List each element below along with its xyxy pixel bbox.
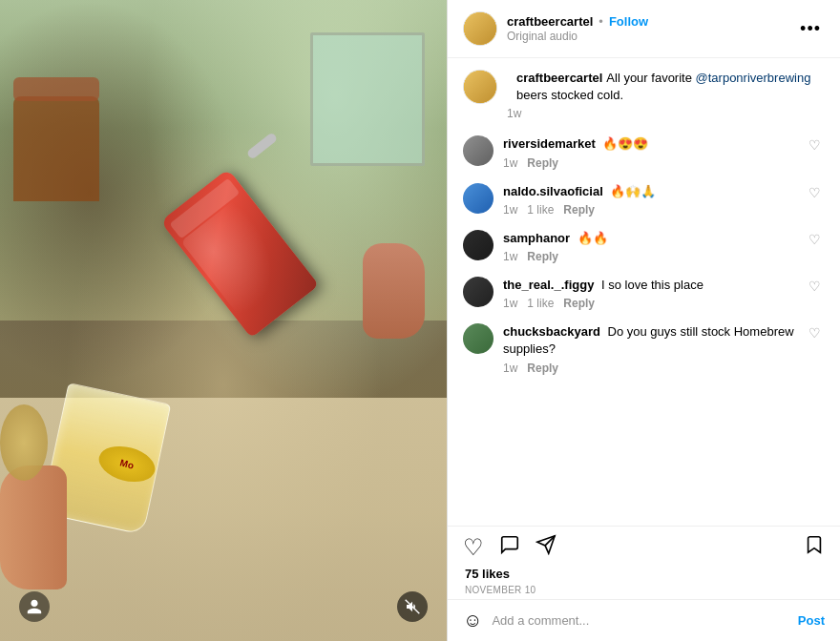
more-options-button[interactable]: •••: [796, 15, 825, 43]
header-info: craftbeercartel • Follow Original audio: [507, 14, 796, 43]
comment-likes-c4: 1 like: [527, 297, 554, 310]
comment-row: riversidemarket 🔥😍😍 1w Reply ♡: [463, 135, 825, 169]
chair-left: [13, 96, 99, 201]
comment-avatar-c5[interactable]: [463, 323, 494, 354]
action-bar: ♡ 75 likes: [448, 526, 840, 599]
reply-button-c1[interactable]: Reply: [527, 156, 558, 170]
bookmark-post-button[interactable]: [804, 534, 825, 561]
emoji-picker-button[interactable]: ☺: [463, 610, 482, 631]
reply-button-c2[interactable]: Reply: [563, 203, 595, 217]
post-date: November 10: [463, 585, 825, 595]
like-post-button[interactable]: ♡: [463, 534, 484, 561]
comment-time-c3: 1w: [503, 250, 517, 263]
comment-likes-c2: 1 like: [527, 203, 554, 217]
comment-body-c4: the_real._.figgy I so love this place 1w…: [503, 277, 805, 310]
caption-avatar[interactable]: [463, 70, 497, 104]
comment-content-c4: I so love this place: [598, 278, 704, 292]
dot-separator: •: [598, 14, 603, 29]
poster-avatar[interactable]: [463, 11, 497, 46]
reply-button-c4[interactable]: Reply: [563, 297, 595, 310]
comment-avatar-c3[interactable]: [463, 230, 494, 260]
comment-avatar-c2[interactable]: [463, 183, 494, 214]
comment-avatar-c1[interactable]: [463, 135, 494, 166]
comment-username-c3[interactable]: samphanor: [503, 231, 570, 245]
window: [310, 32, 425, 166]
comment-body-c3: samphanor 🔥🔥 1w Reply: [503, 230, 805, 263]
comment-username-c4[interactable]: the_real._.figgy: [503, 278, 594, 292]
comment-body-c5: chucksbackyard Do you guys still stock H…: [503, 323, 805, 374]
add-comment-bar: ☺ Post: [448, 599, 840, 641]
hand-right: [363, 243, 425, 339]
comment-time-c1: 1w: [503, 156, 517, 170]
comment-input[interactable]: [492, 613, 789, 628]
sound-toggle-button[interactable]: [397, 591, 428, 622]
caption-text: craftbeercartelAll your favorite @tarpon…: [516, 70, 825, 104]
post-subtext: Original audio: [507, 30, 796, 43]
comment-body-c2: naldo.silvaoficial 🔥🙌🙏 1w 1 like Reply: [503, 183, 805, 217]
like-button-c3[interactable]: ♡: [805, 230, 825, 249]
yarn: [0, 404, 48, 481]
comment-time-c4: 1w: [503, 297, 517, 310]
comment-time-c5: 1w: [503, 362, 517, 375]
reply-button-c5[interactable]: Reply: [527, 362, 558, 375]
comment-row: samphanor 🔥🔥 1w Reply ♡: [463, 230, 825, 263]
viewer-avatar-button[interactable]: [19, 591, 50, 622]
comment-username-c5[interactable]: chucksbackyard: [503, 324, 600, 339]
caption-username[interactable]: craftbeercartel: [516, 71, 602, 85]
comment-username-c2[interactable]: naldo.silvaoficial: [503, 184, 603, 198]
like-button-c5[interactable]: ♡: [805, 323, 825, 342]
like-button-c1[interactable]: ♡: [805, 135, 825, 155]
comment-row: the_real._.figgy I so love this place 1w…: [463, 277, 825, 310]
comment-content-c3: 🔥🔥: [574, 231, 608, 245]
comment-username-c1[interactable]: riversidemarket: [503, 136, 596, 151]
post-comment-button[interactable]: Post: [798, 613, 825, 628]
comment-content-c1: 🔥😍😍: [599, 136, 649, 151]
chair-back: [13, 77, 99, 101]
comment-row: chucksbackyard Do you guys still stock H…: [463, 323, 825, 374]
comment-content-c2: 🔥🙌🙏: [607, 184, 657, 198]
caption-body: All your favorite: [606, 71, 695, 85]
caption-time: 1w: [507, 107, 825, 120]
comment-row: naldo.silvaoficial 🔥🙌🙏 1w 1 like Reply ♡: [463, 183, 825, 217]
post-header: craftbeercartel • Follow Original audio …: [448, 0, 840, 58]
reply-button-c3[interactable]: Reply: [527, 250, 558, 263]
likes-count: 75 likes: [463, 567, 825, 581]
comment-time-c2: 1w: [503, 203, 517, 217]
comments-scroll-area[interactable]: craftbeercartelAll your favorite @tarpon…: [448, 58, 840, 526]
poster-username[interactable]: craftbeercartel: [507, 14, 593, 29]
like-button-c4[interactable]: ♡: [805, 277, 825, 296]
comment-avatar-c4[interactable]: [463, 277, 494, 307]
like-button-c2[interactable]: ♡: [805, 183, 825, 202]
comment-body-c1: riversidemarket 🔥😍😍 1w Reply: [503, 135, 805, 169]
post-caption-row: craftbeercartelAll your favorite @tarpon…: [463, 70, 825, 120]
hand: [0, 465, 67, 589]
follow-button[interactable]: Follow: [609, 14, 648, 29]
share-post-button[interactable]: [536, 534, 556, 561]
caption-mention[interactable]: @tarponriverbrewing: [696, 71, 811, 85]
media-panel: Mo: [0, 0, 447, 641]
comment-post-button[interactable]: [499, 534, 520, 561]
comments-panel: craftbeercartel • Follow Original audio …: [447, 0, 840, 641]
caption-body2: beers stocked cold.: [516, 88, 623, 102]
